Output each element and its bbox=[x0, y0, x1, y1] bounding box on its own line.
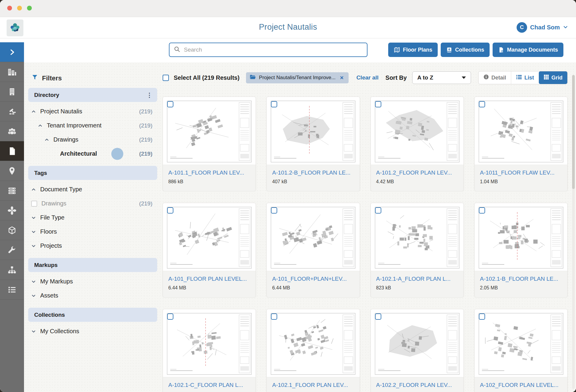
nav-factory[interactable] bbox=[0, 62, 24, 82]
document-name[interactable]: A-101_FLOOR+PLAN+LEV... bbox=[272, 276, 354, 282]
document-card[interactable]: A-1011_FLOOR FLAW LEV...1.04 MB bbox=[474, 97, 568, 191]
document-name[interactable]: A-102.2_FLOOR PLAN LEV... bbox=[376, 382, 458, 388]
chevron-up-icon[interactable] bbox=[31, 187, 36, 192]
nav-fan[interactable] bbox=[0, 201, 24, 220]
expand-sidebar[interactable] bbox=[0, 42, 24, 62]
filter-item-my-collections[interactable]: My Collections bbox=[28, 324, 157, 338]
filter-item-drawings[interactable]: Drawings(219) bbox=[28, 133, 157, 147]
chevron-up-icon[interactable] bbox=[38, 123, 43, 128]
nav-tools[interactable] bbox=[0, 240, 24, 260]
collections-button[interactable]: Collections bbox=[441, 43, 490, 57]
document-checkbox[interactable] bbox=[375, 313, 381, 320]
filter-checkbox[interactable] bbox=[31, 201, 37, 207]
cube-icon bbox=[7, 225, 17, 235]
document-checkbox[interactable] bbox=[271, 207, 277, 214]
filter-item-tenant-improvement[interactable]: Tenant Improvement(219) bbox=[28, 118, 157, 133]
nav-team[interactable] bbox=[0, 121, 24, 141]
chevron-down-icon[interactable] bbox=[31, 279, 36, 284]
chevron-down-icon[interactable] bbox=[31, 244, 36, 248]
filter-item-architectural[interactable]: Architectural(219) bbox=[28, 147, 157, 161]
document-checkbox[interactable] bbox=[375, 101, 381, 107]
document-checkbox[interactable] bbox=[479, 207, 485, 214]
filter-item-projects[interactable]: Projects bbox=[28, 239, 157, 253]
view-toggle: Detail List Grid bbox=[478, 71, 568, 84]
kebab-menu-icon[interactable]: ⋮ bbox=[146, 92, 152, 98]
document-name[interactable]: A-101.2_FLOOR PLAN LEV... bbox=[376, 169, 458, 176]
close-window-button[interactable] bbox=[7, 6, 12, 10]
document-name[interactable]: A-102.1-A_FLOOR PLAN L... bbox=[376, 276, 458, 282]
chevron-up-icon[interactable] bbox=[31, 109, 36, 114]
select-all-label[interactable]: Select All (219 Results) bbox=[174, 74, 239, 81]
filter-item-floors[interactable]: Floors bbox=[28, 225, 157, 239]
user-menu[interactable]: C Chad Som bbox=[517, 22, 568, 33]
document-checkbox[interactable] bbox=[167, 207, 173, 214]
nav-documents[interactable] bbox=[0, 141, 24, 161]
document-checkbox[interactable] bbox=[375, 207, 381, 214]
document-checkbox[interactable] bbox=[167, 313, 173, 320]
document-card[interactable]: A-101.1_FLOOR PLAN LEV...886 kB bbox=[163, 97, 256, 191]
document-checkbox[interactable] bbox=[479, 101, 485, 107]
document-checkbox[interactable] bbox=[271, 101, 277, 107]
document-card[interactable]: A-102.2_FLOOR PLAN LEV... bbox=[370, 309, 464, 392]
document-name[interactable]: A-101.2-B_FLOOR PLAN LE... bbox=[272, 169, 354, 176]
search-box[interactable] bbox=[169, 43, 368, 57]
nav-location[interactable] bbox=[0, 161, 24, 181]
document-name[interactable]: A-101.1_FLOOR PLAN LEV... bbox=[168, 169, 250, 176]
scrollbar-thumb[interactable] bbox=[572, 75, 575, 189]
document-name[interactable]: A-101_FLOOR PLAN LEVEL... bbox=[168, 276, 250, 282]
filter-item-file-type[interactable]: File Type bbox=[28, 211, 157, 225]
folder-icon bbox=[250, 74, 256, 81]
document-card[interactable]: A-101.2-B_FLOOR PLAN LE...407 kB bbox=[266, 97, 360, 191]
document-name[interactable]: A-1011_FLOOR FLAW LEV... bbox=[480, 169, 562, 176]
document-name[interactable]: A-102.1-C_FLOOR PLAN L... bbox=[168, 382, 250, 388]
floor-plans-button[interactable]: Floor Plans bbox=[388, 43, 438, 57]
nav-hierarchy[interactable] bbox=[0, 260, 24, 280]
filter-label: Assets bbox=[40, 292, 58, 299]
filter-chip[interactable]: Project Nautalis/Tenant Improve... ✕ bbox=[246, 72, 349, 83]
document-card[interactable]: A-102.1-C_FLOOR PLAN L... bbox=[163, 309, 256, 392]
nav-construction[interactable] bbox=[0, 102, 24, 121]
chevron-down-icon[interactable] bbox=[31, 229, 36, 234]
select-all-checkbox[interactable] bbox=[163, 75, 169, 81]
grid-view-button[interactable]: Grid bbox=[539, 71, 567, 84]
filter-item-project-nautalis[interactable]: Project Nautalis(219) bbox=[28, 104, 157, 118]
chevron-down-icon[interactable] bbox=[31, 215, 36, 220]
filter-item-document-type[interactable]: Document Type bbox=[28, 182, 157, 196]
document-card[interactable]: A-102.1-B_FLOOR PLAN LE...2.05 MB bbox=[474, 203, 568, 297]
document-checkbox[interactable] bbox=[167, 101, 173, 107]
document-card[interactable]: A-101_FLOOR+PLAN+LEV...6.44 MB bbox=[266, 203, 360, 297]
document-checkbox[interactable] bbox=[479, 313, 485, 320]
document-name[interactable]: A-102.1-B_FLOOR PLAN LE... bbox=[480, 276, 562, 282]
detail-view-button[interactable]: Detail bbox=[478, 71, 511, 84]
scrollbar[interactable] bbox=[572, 75, 575, 389]
filter-item-assets[interactable]: Assets bbox=[28, 289, 157, 303]
filter-item-drawings[interactable]: Drawings(219) bbox=[28, 196, 157, 211]
chevron-up-icon[interactable] bbox=[44, 137, 49, 142]
nav-servers[interactable] bbox=[0, 181, 24, 201]
document-card[interactable]: A-102_FLOOR PLAN LEVEL... bbox=[474, 309, 568, 392]
document-card[interactable]: A-102.1_FLOOR PLAN LEV... bbox=[266, 309, 360, 392]
search-input[interactable] bbox=[183, 46, 363, 53]
remove-filter-icon[interactable]: ✕ bbox=[338, 74, 345, 81]
chevron-down-icon[interactable] bbox=[31, 293, 36, 298]
section-header-markups: Markups bbox=[28, 258, 157, 272]
nav-model[interactable] bbox=[0, 220, 24, 240]
document-card[interactable]: A-101_FLOOR PLAN LEVEL...6.44 MB bbox=[163, 203, 256, 297]
document-name[interactable]: A-102.1_FLOOR PLAN LEV... bbox=[272, 382, 354, 388]
nav-list[interactable] bbox=[0, 280, 24, 300]
document-card[interactable]: A-102.1-A_FLOOR PLAN L...823 kB bbox=[370, 203, 464, 297]
sort-select[interactable]: A to Z bbox=[412, 71, 471, 84]
nav-building[interactable] bbox=[0, 82, 24, 102]
zoom-window-button[interactable] bbox=[27, 6, 32, 10]
filter-label: Drawings bbox=[53, 136, 78, 143]
chevron-down-icon[interactable] bbox=[31, 329, 36, 334]
document-name[interactable]: A-102_FLOOR PLAN LEVEL... bbox=[480, 382, 562, 388]
clear-all-button[interactable]: Clear all bbox=[356, 74, 379, 81]
list-view-button[interactable]: List bbox=[511, 71, 539, 84]
filter-item-my-markups[interactable]: My Markups bbox=[28, 274, 157, 289]
document-checkbox[interactable] bbox=[271, 313, 277, 320]
document-size: 407 kB bbox=[272, 179, 354, 184]
manage-documents-button[interactable]: Manage Documents bbox=[493, 43, 563, 57]
document-card[interactable]: A-101.2_FLOOR PLAN LEV...4.42 MB bbox=[370, 97, 464, 191]
minimize-window-button[interactable] bbox=[17, 6, 22, 10]
